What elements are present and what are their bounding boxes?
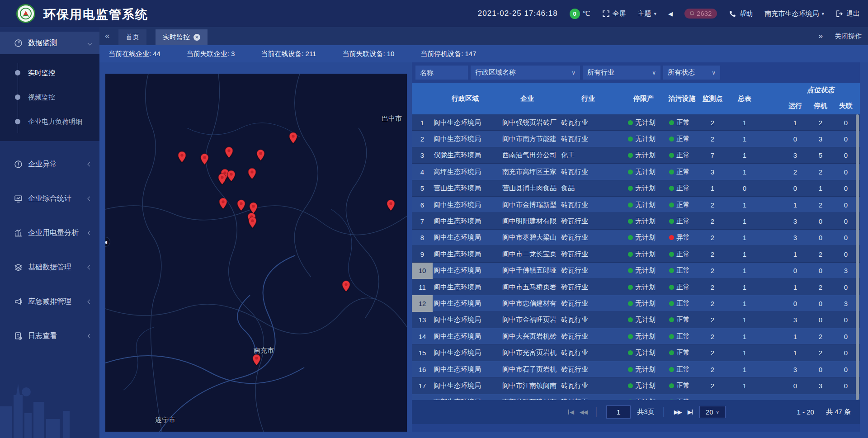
table-row[interactable]: 13阆中生态环境局阆中市金福旺页岩机砖砖瓦行业无计划正常21300 bbox=[412, 312, 860, 328]
table-row[interactable]: 16阆中生态环境局阆中市石子页岩机砖厂砖瓦行业无计划正常21300 bbox=[412, 361, 860, 377]
org-selector[interactable]: 南充市生态环境局▾ bbox=[764, 9, 824, 18]
map-pin-icon[interactable] bbox=[219, 198, 227, 209]
table-row[interactable]: 4高坪生态环境局南充市高坪区王家店建砖瓦行业无计划正常31220 bbox=[412, 164, 860, 180]
table-row[interactable]: 11阆中生态环境局阆中市五马桥页岩机砖砖瓦行业无计划正常21120 bbox=[412, 279, 860, 295]
sidebar: 数据监测实时监控视频监控企业电力负荷明细企业异常企业综合统计企业用电量分析基础数… bbox=[0, 27, 99, 438]
region-select[interactable]: 行政区域名称∨ bbox=[471, 66, 580, 80]
industry-select[interactable]: 所有行业∨ bbox=[583, 66, 660, 80]
total-count-label: 共 47 条 bbox=[826, 408, 851, 416]
sidebar-subitem-0-1[interactable]: 视频监控 bbox=[0, 85, 99, 109]
table-row[interactable]: 6阆中生态环境局阆中市金博瑞新型墙材砖瓦行业无计划正常21120 bbox=[412, 197, 860, 213]
close-operations-button[interactable]: 关闭操作 bbox=[835, 32, 862, 41]
message-badge[interactable]: 2632 bbox=[684, 9, 717, 19]
table-row[interactable]: 14阆中生态环境局阆中大兴页岩机砖厂砖瓦行业无计划正常21120 bbox=[412, 328, 860, 344]
table-row[interactable]: 3仪陇生态环境局西南油气田分公司川中化工无计划正常71350 bbox=[412, 147, 860, 164]
status-select[interactable]: 所有状态∨ bbox=[663, 66, 720, 80]
map-pin-icon[interactable] bbox=[248, 168, 256, 179]
map-pin-icon[interactable] bbox=[227, 170, 236, 182]
cell-company: 阆中市南方节能建材有 bbox=[498, 135, 557, 143]
logout-button[interactable]: 退出 bbox=[836, 9, 860, 18]
cell-run: 1 bbox=[783, 201, 808, 209]
cell-row-number: 16 bbox=[412, 361, 433, 377]
sidebar-item-6[interactable]: 日志查看 bbox=[0, 325, 99, 347]
cell-treatment-status: 正常 bbox=[667, 316, 697, 324]
map-pin-icon[interactable] bbox=[200, 153, 209, 165]
sidebar-item-0[interactable]: 数据监测 bbox=[0, 32, 99, 54]
prev-page-button[interactable]: ◀◀ bbox=[580, 409, 587, 415]
map-pin-icon[interactable] bbox=[252, 354, 261, 366]
cell-stop: 0 bbox=[808, 267, 833, 274]
tab-home[interactable]: 首页 bbox=[118, 29, 146, 45]
table-row[interactable]: 1阆中生态环境局阆中强锐页岩砖厂砖瓦行业无计划正常21120 bbox=[412, 114, 860, 131]
sidebar-item-2[interactable]: 企业综合统计 bbox=[0, 187, 99, 210]
sidebar-subitem-0-2[interactable]: 企业电力负荷明细 bbox=[0, 109, 99, 134]
sidebar-subitem-0-0[interactable]: 实时监控 bbox=[0, 61, 99, 85]
map-pin-icon[interactable] bbox=[256, 149, 265, 161]
map-panel[interactable]: 巴中市南充市遂宁市 ◀ bbox=[105, 74, 407, 432]
cell-region: 阆中生态环境局 bbox=[433, 365, 498, 374]
sidebar-item-1[interactable]: 企业异常 bbox=[0, 153, 99, 175]
table-row[interactable]: 18南部生态环境局南部县砖瓦建材有限公建材加工无计划正常21030 bbox=[412, 394, 860, 400]
vertical-scrollbar[interactable] bbox=[856, 114, 859, 400]
cell-stop: 2 bbox=[808, 201, 833, 209]
cell-run: 0 bbox=[783, 135, 808, 143]
tab-realtime-monitor[interactable]: 实时监控 ✕ bbox=[156, 29, 208, 45]
status-dot-icon bbox=[628, 252, 633, 257]
chevron-left-icon bbox=[88, 334, 92, 338]
temperature-value: 0 bbox=[570, 9, 580, 19]
map-pin-icon[interactable] bbox=[225, 146, 233, 158]
map-pin-icon[interactable] bbox=[237, 199, 245, 211]
alert-icon bbox=[14, 160, 23, 169]
first-page-button[interactable]: ◀ bbox=[568, 409, 573, 415]
cell-meter: 1 bbox=[728, 151, 761, 159]
map-pin-icon[interactable] bbox=[178, 151, 186, 163]
status-dot-icon bbox=[669, 153, 674, 158]
table-row[interactable]: 8阆中生态环境局阆中市枣碧大梁山页岩砖瓦行业无计划异常21300 bbox=[412, 230, 860, 246]
help-button[interactable]: 帮助 bbox=[729, 9, 753, 18]
cell-company: 阆中市金福旺页岩机砖 bbox=[498, 316, 557, 324]
theme-button[interactable]: 主题▾ bbox=[638, 9, 657, 18]
fullscreen-button[interactable]: 全屏 bbox=[602, 9, 626, 18]
name-search-input[interactable] bbox=[420, 69, 463, 76]
table-row[interactable]: 17阆中生态环境局阆中市江南镇阆南页岩砖瓦行业无计划正常21030 bbox=[412, 377, 860, 394]
cell-run: 0 bbox=[783, 382, 808, 390]
cell-treatment-status: 正常 bbox=[667, 349, 697, 357]
tabs-scroll-left-icon[interactable]: « bbox=[105, 31, 110, 41]
cell-stop: 3 bbox=[808, 382, 833, 390]
page-number-input[interactable] bbox=[606, 405, 631, 419]
cell-industry: 砖瓦行业 bbox=[557, 266, 620, 275]
map-pin-icon[interactable] bbox=[289, 132, 297, 144]
page-size-select[interactable]: 20∨ bbox=[699, 406, 726, 418]
cell-treatment-status: 正常 bbox=[667, 118, 697, 127]
clock: 2021-02-25 17:46:18 bbox=[478, 9, 558, 18]
last-page-button[interactable]: ▶ bbox=[688, 409, 693, 415]
sidebar-item-5[interactable]: 应急减排管理 bbox=[0, 290, 99, 313]
logout-icon bbox=[836, 10, 844, 18]
cell-row-number: 12 bbox=[412, 295, 433, 311]
cell-row-number: 15 bbox=[412, 344, 433, 361]
table-row[interactable]: 15阆中生态环境局阆中市光富页岩机砖厂砖瓦行业无计划正常21120 bbox=[412, 344, 860, 361]
sidebar-item-4[interactable]: 基础数据管理 bbox=[0, 256, 99, 278]
map-pin-icon[interactable] bbox=[342, 280, 350, 292]
table-row[interactable]: 7阆中生态环境局阆中明阳建材有限公司砖瓦行业无计划正常21300 bbox=[412, 213, 860, 229]
map-pin-icon[interactable] bbox=[248, 217, 257, 228]
table-row[interactable]: 5营山生态环境局营山县润丰肉食品有限食品无计划正常10010 bbox=[412, 180, 860, 197]
table-row[interactable]: 12阆中生态环境局阆中市忠信建材有限公砖瓦行业无计划正常21003 bbox=[412, 295, 860, 311]
cell-meter: 1 bbox=[728, 349, 761, 357]
table-row[interactable]: 9阆中生态环境局阆中市二龙长宝页岩砖砖瓦行业无计划正常21120 bbox=[412, 246, 860, 262]
cell-stop: 0 bbox=[808, 300, 833, 307]
collapse-left-icon[interactable]: ◀ bbox=[668, 10, 673, 17]
table-row[interactable]: 2阆中生态环境局阆中市南方节能建材有砖瓦行业无计划正常21030 bbox=[412, 131, 860, 147]
cell-row-number: 14 bbox=[412, 328, 433, 344]
table-row[interactable]: 10阆中生态环境局阆中千佛镇五郎垭页岩砖瓦行业无计划正常21003 bbox=[412, 263, 860, 279]
tabs-scroll-right-icon[interactable]: » bbox=[819, 32, 823, 41]
map-pin-icon[interactable] bbox=[218, 173, 226, 185]
cell-industry: 食品 bbox=[557, 184, 620, 193]
next-page-button[interactable]: ▶▶ bbox=[674, 409, 681, 415]
sidebar-item-3[interactable]: 企业用电量分析 bbox=[0, 221, 99, 244]
cell-industry: 砖瓦行业 bbox=[557, 217, 620, 226]
map-pin-icon[interactable] bbox=[387, 199, 395, 211]
tab-close-icon[interactable]: ✕ bbox=[193, 34, 200, 41]
status-dot-icon bbox=[628, 235, 633, 240]
chevron-down-icon bbox=[88, 41, 92, 45]
